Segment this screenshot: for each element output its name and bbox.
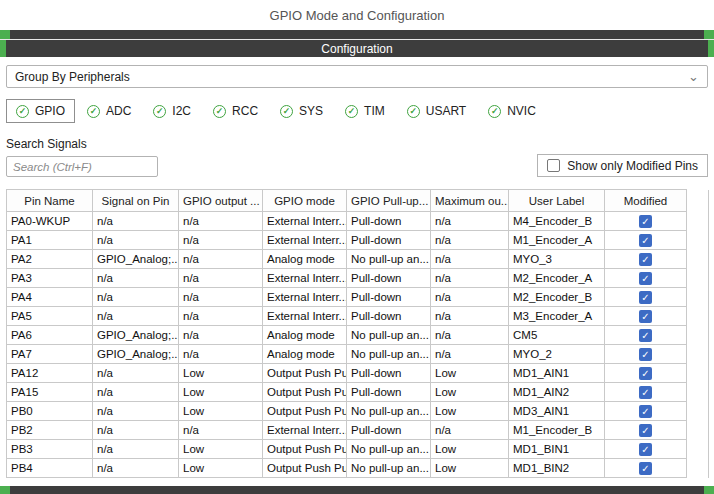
cell-max[interactable]: Low [431,364,509,383]
modified-checkbox[interactable]: ✓ [639,329,652,342]
cell-signal[interactable]: GPIO_Analog;... [93,345,179,364]
scrollbar-track[interactable] [687,307,709,326]
cell-max[interactable]: n/a [431,326,509,345]
scrollbar-track[interactable] [687,288,709,307]
cell-mode[interactable]: Output Push Pull [263,364,347,383]
table-row[interactable]: PA7GPIO_Analog;...n/aAnalog modeNo pull-… [7,345,709,364]
cell-pin[interactable]: PA2 [7,250,93,269]
cell-mode[interactable]: External Interr... [263,231,347,250]
cell-output[interactable]: n/a [179,345,263,364]
cell-pull[interactable]: No pull-up an... [347,402,431,421]
cell-output[interactable]: Low [179,459,263,478]
cell-pin[interactable]: PB0 [7,402,93,421]
cell-label[interactable]: M4_Encoder_B [509,212,605,231]
cell-mode[interactable]: Output Push Pull [263,402,347,421]
show-modified-checkbox[interactable] [547,159,560,172]
tab-adc[interactable]: ✓ADC [77,99,141,123]
cell-pull[interactable]: Pull-down [347,231,431,250]
tab-sys[interactable]: ✓SYS [270,99,333,123]
modified-checkbox[interactable]: ✓ [639,234,652,247]
scrollbar-track[interactable] [687,459,709,478]
cell-max[interactable]: Low [431,402,509,421]
cell-mode[interactable]: Output Push Pull [263,459,347,478]
modified-checkbox[interactable]: ✓ [639,386,652,399]
table-row[interactable]: PA3n/an/aExternal Interr...Pull-downn/aM… [7,269,709,288]
table-row[interactable]: PA2GPIO_Analog;...n/aAnalog modeNo pull-… [7,250,709,269]
table-row[interactable]: PB0n/aLowOutput Push PullNo pull-up an..… [7,402,709,421]
modified-checkbox[interactable]: ✓ [639,424,652,437]
cell-pull[interactable]: Pull-down [347,421,431,440]
cell-output[interactable]: Low [179,364,263,383]
modified-checkbox[interactable]: ✓ [639,367,652,380]
cell-pin[interactable]: PA5 [7,307,93,326]
cell-label[interactable]: M1_Encoder_A [509,231,605,250]
table-row[interactable]: PA0-WKUPn/an/aExternal Interr...Pull-dow… [7,212,709,231]
modified-checkbox[interactable]: ✓ [639,310,652,323]
column-header[interactable]: Signal on Pin [93,190,179,212]
cell-label[interactable]: MD1_AIN1 [509,364,605,383]
cell-output[interactable]: n/a [179,269,263,288]
modified-checkbox[interactable]: ✓ [639,215,652,228]
table-row[interactable]: PA5n/an/aExternal Interr...Pull-downn/aM… [7,307,709,326]
cell-mode[interactable]: External Interr... [263,288,347,307]
modified-checkbox[interactable]: ✓ [639,443,652,456]
cell-mode[interactable]: Output Push Pull [263,440,347,459]
tab-gpio[interactable]: ✓GPIO [6,99,75,123]
cell-pin[interactable]: PA6 [7,326,93,345]
cell-signal[interactable]: GPIO_Analog;... [93,326,179,345]
scrollbar-track[interactable] [687,212,709,231]
cell-signal[interactable]: n/a [93,421,179,440]
cell-pin[interactable]: PB2 [7,421,93,440]
cell-mode[interactable]: External Interr... [263,421,347,440]
cell-label[interactable]: MD1_BIN1 [509,440,605,459]
cell-output[interactable]: n/a [179,288,263,307]
cell-max[interactable]: n/a [431,421,509,440]
cell-mode[interactable]: Analog mode [263,345,347,364]
modified-checkbox[interactable]: ✓ [639,348,652,361]
cell-mode[interactable]: External Interr... [263,212,347,231]
cell-max[interactable]: n/a [431,345,509,364]
cell-signal[interactable]: GPIO_Analog;... [93,250,179,269]
cell-label[interactable]: MD1_AIN2 [509,383,605,402]
cell-pull[interactable]: No pull-up an... [347,326,431,345]
show-modified-pins-toggle[interactable]: Show only Modified Pins [537,154,708,177]
cell-pin[interactable]: PA15 [7,383,93,402]
cell-pin[interactable]: PA3 [7,269,93,288]
cell-signal[interactable]: n/a [93,269,179,288]
cell-output[interactable]: Low [179,440,263,459]
cell-pin[interactable]: PA12 [7,364,93,383]
modified-checkbox[interactable]: ✓ [639,462,652,475]
tab-nvic[interactable]: ✓NVIC [478,99,546,123]
cell-max[interactable]: Low [431,383,509,402]
cell-pull[interactable]: No pull-up an... [347,250,431,269]
cell-label[interactable]: MYO_2 [509,345,605,364]
cell-max[interactable]: n/a [431,212,509,231]
cell-signal[interactable]: n/a [93,364,179,383]
cell-signal[interactable]: n/a [93,288,179,307]
cell-signal[interactable]: n/a [93,212,179,231]
scrollbar-track[interactable] [687,440,709,459]
scrollbar-track[interactable] [687,190,709,212]
cell-label[interactable]: M2_Encoder_B [509,288,605,307]
search-input[interactable] [6,156,158,177]
scrollbar-track[interactable] [687,402,709,421]
scrollbar-track[interactable] [687,231,709,250]
table-row[interactable]: PB3n/aLowOutput Push PullNo pull-up an..… [7,440,709,459]
table-row[interactable]: PA12n/aLowOutput Push PullPull-downLowMD… [7,364,709,383]
cell-pin[interactable]: PA4 [7,288,93,307]
cell-output[interactable]: Low [179,402,263,421]
cell-signal[interactable]: n/a [93,459,179,478]
modified-checkbox[interactable]: ✓ [639,291,652,304]
cell-output[interactable]: n/a [179,212,263,231]
scrollbar-track[interactable] [687,250,709,269]
cell-signal[interactable]: n/a [93,231,179,250]
cell-pin[interactable]: PA0-WKUP [7,212,93,231]
cell-signal[interactable]: n/a [93,440,179,459]
cell-pin[interactable]: PA1 [7,231,93,250]
modified-checkbox[interactable]: ✓ [639,272,652,285]
cell-signal[interactable]: n/a [93,402,179,421]
modified-checkbox[interactable]: ✓ [639,253,652,266]
cell-output[interactable]: Low [179,383,263,402]
table-row[interactable]: PB4n/aLowOutput Push PullNo pull-up an..… [7,459,709,478]
cell-label[interactable]: MYO_3 [509,250,605,269]
